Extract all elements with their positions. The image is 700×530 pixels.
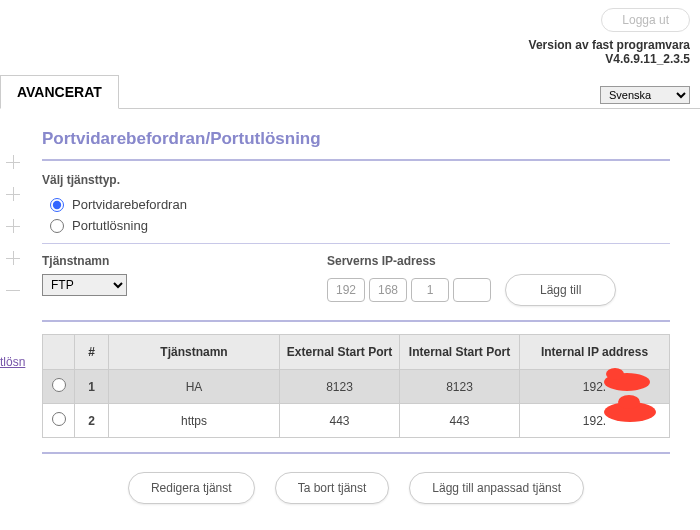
tab-advanced[interactable]: AVANCERAT — [0, 75, 119, 109]
redaction-blob — [606, 368, 624, 380]
col-ip: Internal IP address — [520, 335, 670, 370]
cell-ip: 192. — [520, 370, 670, 404]
server-ip-label: Serverns IP-adress — [327, 254, 616, 268]
ip-octet-4[interactable] — [453, 278, 491, 302]
cell-int: 443 — [400, 404, 520, 438]
radio-port-forward[interactable]: Portvidarebefordran — [50, 197, 670, 212]
col-int-port: Internal Start Port — [400, 335, 520, 370]
firmware-version-label: Version av fast programvara — [529, 38, 690, 52]
cell-ext: 443 — [280, 404, 400, 438]
cell-num: 2 — [75, 404, 109, 438]
cell-num: 1 — [75, 370, 109, 404]
table-row[interactable]: 2 https 443 443 192. — [43, 404, 670, 438]
table-row[interactable]: 1 HA 8123 8123 192. — [43, 370, 670, 404]
radio-port-trigger-label: Portutlösning — [72, 218, 148, 233]
ip-octet-3[interactable] — [411, 278, 449, 302]
cell-int: 8123 — [400, 370, 520, 404]
delete-service-button[interactable]: Ta bort tjänst — [275, 472, 390, 504]
row-select-radio[interactable] — [52, 378, 66, 392]
cell-name: https — [109, 404, 280, 438]
divider — [42, 320, 670, 322]
select-type-label: Välj tjänsttyp. — [42, 173, 670, 187]
divider — [42, 452, 670, 454]
language-select[interactable]: Svenska — [600, 86, 690, 104]
cell-ext: 8123 — [280, 370, 400, 404]
ip-octet-1[interactable] — [327, 278, 365, 302]
radio-port-forward-label: Portvidarebefordran — [72, 197, 187, 212]
page-title: Portvidarebefordran/Portutlösning — [42, 129, 670, 149]
col-num: # — [75, 335, 109, 370]
service-name-select[interactable]: FTP — [42, 274, 127, 296]
services-table: # Tjänstnamn External Start Port Interna… — [42, 334, 670, 438]
divider — [42, 243, 670, 244]
edit-service-button[interactable]: Redigera tjänst — [128, 472, 255, 504]
logout-button[interactable]: Logga ut — [601, 8, 690, 32]
row-select-radio[interactable] — [52, 412, 66, 426]
cell-name: HA — [109, 370, 280, 404]
radio-port-trigger-input[interactable] — [50, 219, 64, 233]
add-custom-service-button[interactable]: Lägg till anpassad tjänst — [409, 472, 584, 504]
service-name-label: Tjänstnamn — [42, 254, 127, 268]
ip-octet-2[interactable] — [369, 278, 407, 302]
radio-port-forward-input[interactable] — [50, 198, 64, 212]
firmware-version-value: V4.6.9.11_2.3.5 — [529, 52, 690, 66]
add-button[interactable]: Lägg till — [505, 274, 616, 306]
divider — [42, 159, 670, 161]
radio-port-trigger[interactable]: Portutlösning — [50, 218, 670, 233]
col-select — [43, 335, 75, 370]
col-name: Tjänstnamn — [109, 335, 280, 370]
redaction-blob — [618, 395, 640, 409]
col-ext-port: External Start Port — [280, 335, 400, 370]
